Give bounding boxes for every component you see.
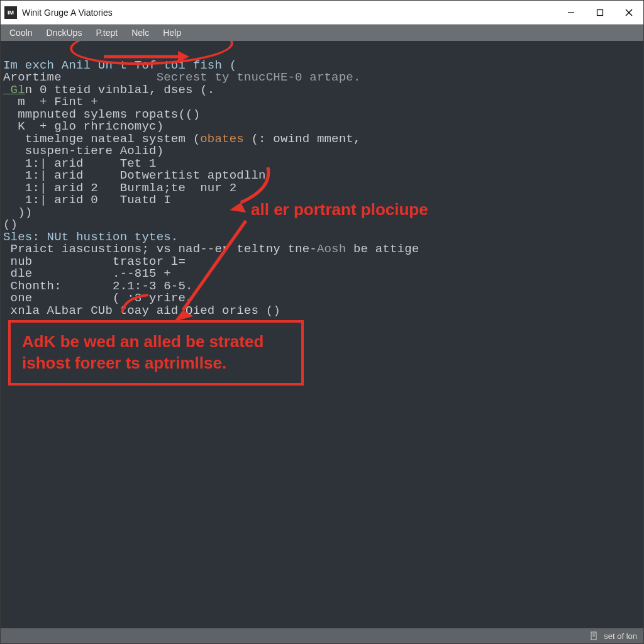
menu-nelc[interactable]: Nelc [125, 26, 155, 39]
menu-help[interactable]: Help [157, 26, 187, 39]
close-icon [625, 9, 633, 16]
minimize-icon [567, 9, 575, 16]
maximize-icon [596, 9, 604, 16]
menu-cooln[interactable]: Cooln [3, 26, 39, 39]
window-title: Winit Gruge A Viatories [22, 8, 113, 18]
app-icon: IM [4, 6, 17, 19]
close-button[interactable] [614, 1, 643, 25]
editor-area[interactable]: Im exch Anil Un t Tof toi fish ( Arortim… [1, 41, 643, 628]
app-window: IM Winit Gruge A Viatories Cooln DnckUps… [0, 0, 644, 644]
titlebar: IM Winit Gruge A Viatories [1, 1, 643, 25]
code-editor[interactable]: Im exch Anil Un t Tof toi fish ( Arortim… [1, 41, 643, 628]
document-icon [590, 631, 599, 640]
menu-ptept[interactable]: P.tept [89, 26, 124, 39]
code-line: xnla ALbar CUb toay aid Qied ories () [3, 304, 280, 318]
statusbar: set of lon [1, 628, 643, 643]
minimize-button[interactable] [557, 1, 586, 25]
svg-rect-1 [597, 9, 603, 15]
menubar: Cooln DnckUps P.tept Nelc Help [1, 25, 643, 41]
menu-dnckups[interactable]: DnckUps [40, 26, 89, 39]
maximize-button[interactable] [586, 1, 614, 25]
status-text: set of lon [604, 631, 637, 641]
